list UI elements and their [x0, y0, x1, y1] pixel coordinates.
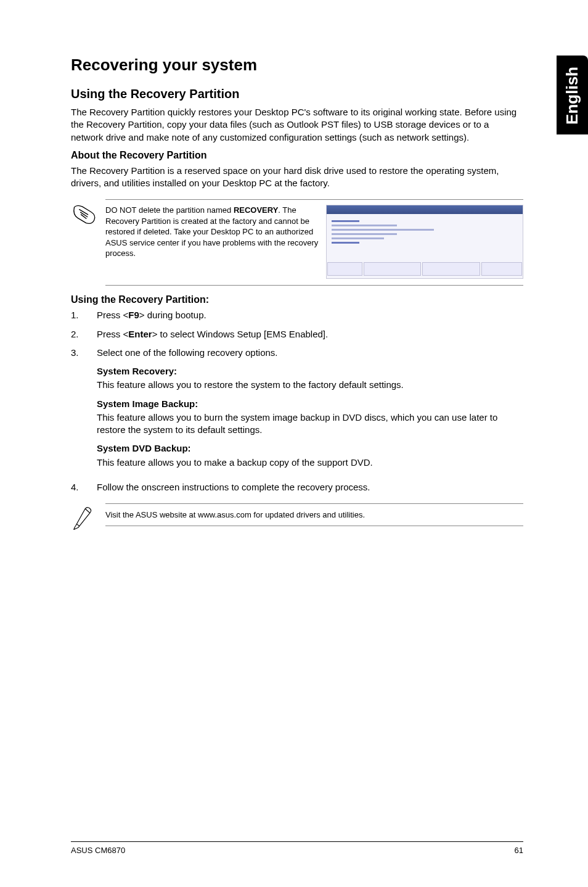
footer-page-number: 61: [515, 846, 523, 855]
tip-text: Visit the ASUS website at www.asus.com f…: [105, 503, 523, 526]
list-item: 2. Press <Enter> to select Windows Setup…: [71, 328, 523, 340]
tip-note: Visit the ASUS website at www.asus.com f…: [71, 503, 523, 533]
steps-heading: Using the Recovery Partition:: [71, 294, 523, 305]
step-number: 3.: [71, 347, 97, 475]
sub-option: System DVD Backup: This feature allows y…: [97, 442, 523, 469]
caution-text: DO NOT delete the partition named RECOVE…: [105, 205, 319, 259]
screenshot-thumbnail: [326, 205, 523, 279]
footer-product: ASUS CM6870: [71, 846, 125, 855]
step-content: Press <F9> during bootup.: [97, 309, 523, 321]
hand-icon: [71, 199, 105, 230]
step-content: Select one of the following recovery opt…: [97, 347, 523, 475]
sub-option: System Image Backup: This feature allows…: [97, 398, 523, 437]
step-content: Follow the onscreen instructions to comp…: [97, 481, 523, 493]
sub-title: System Image Backup:: [97, 398, 523, 410]
sub-title: System Recovery:: [97, 365, 523, 377]
intro-paragraph: The Recovery Partition quickly restores …: [71, 106, 523, 144]
caution-note: DO NOT delete the partition named RECOVE…: [71, 199, 523, 286]
page-footer: ASUS CM6870 61: [71, 841, 523, 855]
list-item: 4. Follow the onscreen instructions to c…: [71, 481, 523, 493]
step-number: 1.: [71, 309, 97, 321]
about-body: The Recovery Partition is a reserved spa…: [71, 165, 523, 190]
page-body: Recovering your system Using the Recover…: [0, 0, 588, 533]
pencil-icon: [71, 503, 105, 533]
sub-body: This feature allows you to restore the s…: [97, 379, 523, 391]
sub-body: This feature allows you to make a backup…: [97, 456, 523, 469]
list-item: 1. Press <F9> during bootup.: [71, 309, 523, 321]
about-heading: About the Recovery Partition: [71, 150, 523, 161]
step-number: 4.: [71, 481, 97, 493]
sub-title: System DVD Backup:: [97, 442, 523, 455]
list-item: 3. Select one of the following recovery …: [71, 347, 523, 475]
language-tab: English: [557, 56, 588, 134]
sub-body: This feature allows you to burn the syst…: [97, 411, 523, 437]
steps-list: 1. Press <F9> during bootup. 2. Press <E…: [71, 309, 523, 493]
page-title: Recovering your system: [71, 56, 523, 75]
step-content: Press <Enter> to select Windows Setup [E…: [97, 328, 523, 340]
section-heading-recovery-partition: Using the Recovery Partition: [71, 87, 523, 101]
step-number: 2.: [71, 328, 97, 340]
sub-option: System Recovery: This feature allows you…: [97, 365, 523, 392]
